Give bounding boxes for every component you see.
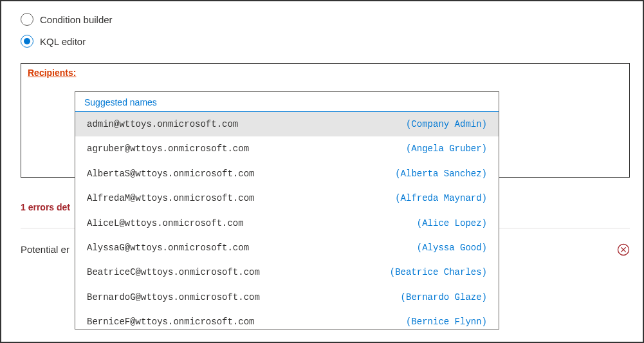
query-mode-radios: Condition builder KQL editor: [21, 13, 630, 48]
suggestion-email: AlbertaS@wttoys.onmicrosoft.com: [87, 167, 254, 181]
suggestion-item[interactable]: BernardoG@wttoys.onmicrosoft.com(Bernard…: [75, 285, 499, 310]
close-icon[interactable]: [617, 243, 630, 256]
suggestion-display-name: (Alice Lopez): [417, 216, 487, 230]
radio-icon: [21, 13, 33, 26]
suggestion-display-name: (Company Admin): [406, 117, 487, 131]
radio-condition-builder[interactable]: Condition builder: [21, 13, 630, 26]
suggestion-email: BernardoG@wttoys.onmicrosoft.com: [87, 290, 260, 304]
suggestion-item[interactable]: BerniceF@wttoys.onmicrosoft.com(Bernice …: [75, 310, 499, 329]
suggestion-email: BeatriceC@wttoys.onmicrosoft.com: [87, 265, 260, 279]
radio-kql-editor[interactable]: KQL editor: [21, 35, 630, 48]
suggestions-header: Suggested names: [75, 92, 499, 112]
suggestion-email: AliceL@wttoys.onmicrosoft.com: [87, 216, 244, 230]
dialog-frame: Condition builder KQL editor Recipients:…: [0, 0, 644, 343]
suggestion-item[interactable]: BeatriceC@wttoys.onmicrosoft.com(Beatric…: [75, 260, 499, 284]
suggestion-display-name: (Bernardo Glaze): [401, 290, 487, 304]
suggestion-email: admin@wttoys.onmicrosoft.com: [87, 117, 238, 131]
suggestion-item[interactable]: AliceL@wttoys.onmicrosoft.com(Alice Lope…: [75, 211, 499, 236]
suggestion-item[interactable]: AlyssaG@wttoys.onmicrosoft.com(Alyssa Go…: [75, 236, 499, 260]
potential-errors-text: Potential er: [21, 244, 69, 255]
suggestion-item[interactable]: AlfredaM@wttoys.onmicrosoft.com(Alfreda …: [75, 186, 499, 210]
radio-label: KQL editor: [40, 36, 86, 47]
suggestion-display-name: (Bernice Flynn): [406, 315, 487, 329]
suggestion-email: agruber@wttoys.onmicrosoft.com: [87, 142, 249, 156]
suggestion-display-name: (Alberta Sanchez): [395, 167, 487, 181]
suggestion-email: AlyssaG@wttoys.onmicrosoft.com: [87, 241, 249, 255]
suggestion-item[interactable]: agruber@wttoys.onmicrosoft.com(Angela Gr…: [75, 136, 499, 161]
radio-label: Condition builder: [40, 14, 113, 25]
suggestion-email: BerniceF@wttoys.onmicrosoft.com: [87, 315, 254, 329]
suggestion-display-name: (Beatrice Charles): [390, 265, 487, 279]
suggestion-email: AlfredaM@wttoys.onmicrosoft.com: [87, 191, 254, 205]
suggestion-display-name: (Angela Gruber): [406, 142, 487, 156]
radio-icon: [21, 35, 33, 48]
suggestion-display-name: (Alyssa Good): [417, 241, 487, 255]
suggestion-item[interactable]: AlbertaS@wttoys.onmicrosoft.com(Alberta …: [75, 162, 499, 186]
kql-field-recipients: Recipients:: [28, 68, 76, 78]
suggestions-popup: Suggested names admin@wttoys.onmicrosoft…: [75, 91, 499, 329]
suggestion-display-name: (Alfreda Maynard): [395, 191, 487, 205]
suggestion-item[interactable]: admin@wttoys.onmicrosoft.com(Company Adm…: [75, 112, 499, 136]
suggestions-list: admin@wttoys.onmicrosoft.com(Company Adm…: [75, 112, 499, 329]
